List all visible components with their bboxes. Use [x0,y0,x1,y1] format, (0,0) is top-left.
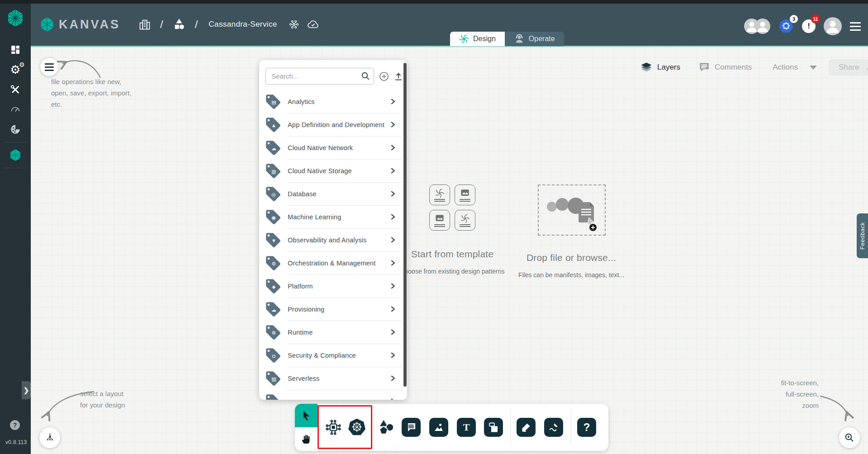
category-row[interactable]: ▥ Cloud Native Storage [259,159,407,182]
actions-dropdown[interactable]: Actions [773,63,817,72]
kubernetes-icon [347,417,366,438]
category-glyph: ☁ [271,307,276,312]
cloud-sync-status-icon[interactable] [306,18,320,31]
organization-icon[interactable] [138,18,151,31]
shapes-icon [376,418,395,437]
sidebar-item-dashboard[interactable] [0,40,31,60]
layout-select-button[interactable] [39,427,60,448]
notifications-button[interactable]: ! 11 [802,19,816,33]
kanvas-hexagon-icon [9,149,21,161]
tab-operate[interactable]: Operate [505,32,564,46]
text-tool[interactable]: T [457,418,476,437]
layers-label: Layers [657,63,680,72]
category-row[interactable]: ☁ Provisioning [259,298,407,321]
kanvas-brand[interactable]: KANVAS [40,17,120,32]
category-row[interactable]: ◉ Machine Learning [259,205,407,228]
template-thumb-image [455,184,475,205]
category-label: Runtime [288,329,313,336]
category-glyph: ◎ [271,192,276,197]
panel-search-row [259,60,407,89]
comment-tool[interactable] [402,418,421,437]
frame-tool[interactable] [484,418,503,437]
category-row[interactable]: ▼ Observability and Analysis [259,228,407,251]
tab-design[interactable]: Design [450,32,505,46]
chevron-right-icon [389,121,396,128]
image-tool[interactable] [429,418,448,437]
help-glyph: ? [583,421,590,434]
collaborator-avatar [755,19,770,34]
template-thumb-spiral [455,210,475,231]
freehand-draw-tool[interactable] [544,418,563,437]
sidebar-item-configuration[interactable] [0,80,31,99]
category-tag-icon: ▨ [265,370,282,387]
help-tool[interactable]: ? [577,418,596,437]
select-tool-active[interactable] [295,404,318,427]
sidebar-item-performance[interactable] [0,99,31,119]
help-button[interactable]: ? [10,420,20,430]
mesh-sync-icon[interactable] [288,19,300,30]
category-row[interactable]: ▲ App Definition and Development [259,113,407,136]
category-label: Analytics [288,98,315,105]
design-spiral-icon [459,34,469,44]
chevron-right-icon [389,98,396,105]
shapes-tool[interactable] [376,418,395,437]
chevron-right-icon [389,213,396,220]
kubernetes-context-button[interactable]: 3 [778,19,794,34]
category-row[interactable]: ⚙ Orchestration & Management [259,251,407,274]
category-row[interactable]: ▨ Serverless [259,367,407,390]
category-row[interactable]: ▩ [259,390,407,400]
category-row[interactable]: ◈ Platform [259,274,407,298]
design-name[interactable]: Cassandra-Service [209,20,277,29]
collaborator-avatars[interactable] [744,19,770,34]
user-avatar[interactable] [824,17,842,35]
search-input[interactable] [266,68,374,85]
image-icon [433,422,444,433]
component-shape-tool[interactable] [324,418,343,437]
template-card-subtitle: Choose from existing design patterns [389,268,516,275]
file-operations-menu-button[interactable] [40,58,58,76]
sidebar-item-lifecycle[interactable]: ⚙ ⚙ [0,60,31,80]
meshery-logo[interactable] [0,4,31,33]
drop-file-zone[interactable]: Drop file or browse... Files can be mani… [537,184,606,279]
category-list: ▤ Analytics ▲ App Definition and Develop… [259,89,407,400]
category-row[interactable]: ◘ Security & Compliance [259,344,407,367]
kubernetes-tool[interactable] [347,418,366,437]
category-label: Cloud Native Storage [288,167,352,175]
add-component-button[interactable] [379,70,389,83]
edit-pen-tool[interactable] [517,418,536,437]
mode-tabs: Design Operate [450,32,564,46]
dropzone-subtitle: Files can be manifests, images, text... [512,271,630,279]
category-row[interactable]: ▤ Analytics [259,90,407,113]
chevron-right-icon [389,352,396,359]
layout-graph-icon [45,433,55,443]
header-menu-button[interactable] [850,22,861,31]
category-glyph: ◘ [272,354,275,359]
layers-button[interactable]: Layers [640,61,680,74]
comments-button[interactable]: Comments [698,61,752,73]
sidebar-item-kanvas-active[interactable] [0,145,31,165]
category-tag-icon: ▼ [265,232,282,249]
designs-shapes-icon[interactable] [172,18,186,31]
annotation-layout: select a layout for your design [80,388,125,411]
category-row[interactable]: ◎ Database [259,182,407,205]
category-tag-icon: ☁ [265,301,282,318]
header-left: KANVAS / / Cassandra-Service [40,12,320,37]
category-tag-icon: ▩ [265,393,282,400]
search-icon [361,71,370,83]
category-glyph: ◉ [271,215,276,220]
chevron-right-icon [389,236,396,243]
category-row[interactable]: ☁ Cloud Native Network [259,136,407,159]
import-upload-button[interactable] [394,70,403,83]
annotation-file-operations: file operations like new, open, save, ex… [51,76,132,110]
zoom-controls-button[interactable] [839,427,860,448]
category-row[interactable]: ⚙ Runtime [259,321,407,344]
feedback-tab[interactable]: Feedback [857,213,868,258]
panel-scrollbar[interactable] [403,63,407,387]
start-from-template-card[interactable]: Start from template Choose from existing… [409,184,495,275]
extensions-pie-icon [9,123,21,135]
pan-tool[interactable] [295,427,318,451]
share-button[interactable]: Share [829,59,868,76]
scribble-pencil-icon [548,422,559,433]
sidebar-collapse-button[interactable]: ❯ [22,381,31,399]
sidebar-item-extensions[interactable] [0,119,31,139]
